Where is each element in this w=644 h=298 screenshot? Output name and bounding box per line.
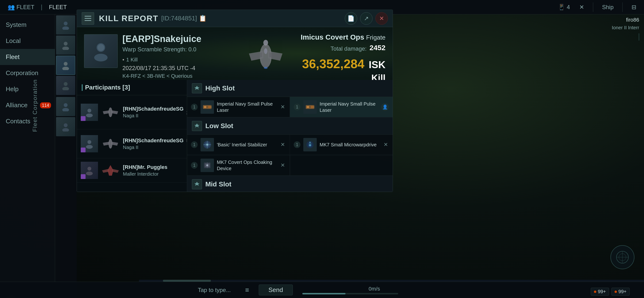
high-slot-icon [192,83,202,93]
scroll-indicator [139,280,644,282]
svg-rect-35 [307,106,309,108]
copy-button[interactable]: 📄 [345,12,357,25]
close-top-btn[interactable]: ✕ [576,3,587,12]
slots-column: High Slot 1 Imperial Navy [187,80,393,192]
module-info: 'Basic' Inertial Stabilizer [217,141,277,148]
module-name: 'Basic' Inertial Stabilizer [217,141,277,148]
user-thumb-2[interactable] [56,36,75,55]
sidebar-item-local[interactable]: Local [0,33,55,49]
scroll-thumb[interactable] [163,280,211,282]
svg-point-27 [88,167,91,171]
slot-number: 1 [191,162,198,169]
panel-title: KILL REPORT [99,14,158,23]
filter-icon[interactable]: ⊟ [629,3,639,12]
export-button[interactable]: ↗ [360,12,372,25]
participant-ship-3: Maller Interdictor [123,171,180,177]
participant-name-2: [RHN]SchadenfreudeSG [123,137,184,144]
slot-item[interactable]: 1 'Basic' Inertial Stabilizer ✕ [187,135,290,155]
slot-item[interactable]: 1 Imperial Navy Small Pulse Laser ✕ [187,97,290,117]
panel-header: KILL REPORT [ID:7484851] 📋 📄 ↗ ✕ [77,10,393,27]
ship-svg [242,34,290,77]
participant-row[interactable]: [RHN]Mr. Puggles Maller Interdictor [77,158,187,183]
svg-point-2 [64,42,68,46]
sidebar-item-help[interactable]: Help [0,81,55,97]
bottom-badges: 99+ 99+ [591,288,630,295]
svg-point-11 [62,128,69,131]
svg-point-22 [86,113,93,117]
ship-class: Frigate [366,34,386,41]
badge-1[interactable]: 99+ [591,288,609,295]
participant-ship-1: Naga II [123,113,184,118]
high-slot-grid: 1 Imperial Navy Small Pulse Laser ✕ [187,97,393,117]
badge-2[interactable]: 99+ [612,288,630,295]
compass-svg [615,250,630,264]
user-thumb-6[interactable] [56,117,75,136]
module-icon [200,138,214,152]
kill-info-header: [EARP]Snakejuice Warp Scramble Strength:… [77,27,393,80]
participant-info-2: [RHN]SchadenfreudeSG Naga II [123,137,184,150]
window-count[interactable]: 📱 4 [555,3,573,12]
kill-stats: Imicus Covert Ops Frigate Total damage: … [301,33,386,80]
mid-slot-icon [192,179,202,189]
user-thumb-5[interactable] [56,97,75,116]
slot-close-btn-right[interactable]: ✕ [382,140,389,149]
slot-item[interactable]: 1 MK7 Covert Ops Cloaking Device ✕ [187,155,290,176]
sidebar-item-fleet[interactable]: Fleet [0,49,55,65]
high-slot-title: High Slot [205,84,235,92]
ship-thumb-1 [101,106,120,118]
participant-row[interactable]: [RHN]SchadenfreudeSG Naga II Final Blow … [77,95,187,129]
module-icon-right [303,100,317,114]
fleet-tab[interactable]: FLEET [46,3,70,12]
low-slot-title: Low Slot [205,122,233,130]
svg-point-16 [263,40,268,46]
module-info: MK7 Covert Ops Cloaking Device [217,159,277,172]
total-damage-value: 2452 [370,44,386,52]
alliance-badge: 114 [40,102,51,108]
menu-icon[interactable]: ≡ [240,286,254,294]
ship-tab[interactable]: Ship [599,3,616,12]
copy-icon[interactable]: 📋 [199,15,206,22]
module-icon-right [303,138,317,152]
svg-point-36 [311,106,313,108]
ship-render [239,32,292,80]
participant-row[interactable]: [RHN]SchadenfreudeSG Naga II Top Damage … [77,129,187,158]
slot-close-btn[interactable]: ✕ [280,161,286,169]
low-slot-header: Low Slot [187,117,393,135]
sidebar-item-system[interactable]: System [0,17,55,33]
svg-point-4 [64,62,68,66]
participant-portrait-1 [81,104,98,121]
slot-close-btn[interactable]: ✕ [280,103,286,111]
participant-info-1: [RHN]SchadenfreudeSG Naga II [123,106,184,118]
svg-point-8 [64,103,68,107]
user-thumb-3[interactable] [56,56,75,75]
svg-point-10 [64,123,68,127]
slot-item-right[interactable]: 1 MK7 Small Microwarpdrive ✕ [290,135,393,155]
close-panel-button[interactable]: ✕ [376,12,388,25]
fleet-corp-label: Fleet Corporation [32,79,38,132]
fleet-count-tab[interactable]: 👥 FLEET [5,3,37,12]
module-info-right: MK7 Small Microwarpdrive [320,141,380,148]
panel-menu-button[interactable] [82,12,94,25]
user-thumb-1[interactable] [56,15,75,35]
participants-column: Participants [3] [77,80,187,192]
svg-point-6 [64,82,68,86]
svg-point-5 [62,67,69,70]
sidebar-item-corporation[interactable]: Corporation [0,65,55,81]
dot [594,290,596,293]
module-name-right: MK7 Small Microwarpdrive [320,141,380,148]
slot-close-btn[interactable]: ✕ [280,140,286,149]
svg-point-20 [264,48,268,54]
svg-point-1 [62,26,69,30]
slot-number: 1 [294,141,300,148]
low-slot-grid-2: 1 MK7 Covert Ops Cloaking Device ✕ [187,155,393,176]
user-thumb-4[interactable] [56,76,75,95]
slot-item-highlighted[interactable]: 1 Imperial Navy Small Pulse Laser 👤 [290,97,393,117]
sidebar-item-alliance[interactable]: Alliance 114 [0,97,55,113]
participant-name-3: [RHN]Mr. Puggles [123,164,180,170]
section-bar [82,84,83,91]
panel-id: [ID:7484851] [161,15,197,22]
participants-title: Participants [3] [85,84,130,91]
send-button[interactable]: Send [259,284,293,295]
sidebar-item-contacts[interactable]: Contacts [0,113,55,129]
mid-slot-header: Mid Slot [187,176,393,192]
